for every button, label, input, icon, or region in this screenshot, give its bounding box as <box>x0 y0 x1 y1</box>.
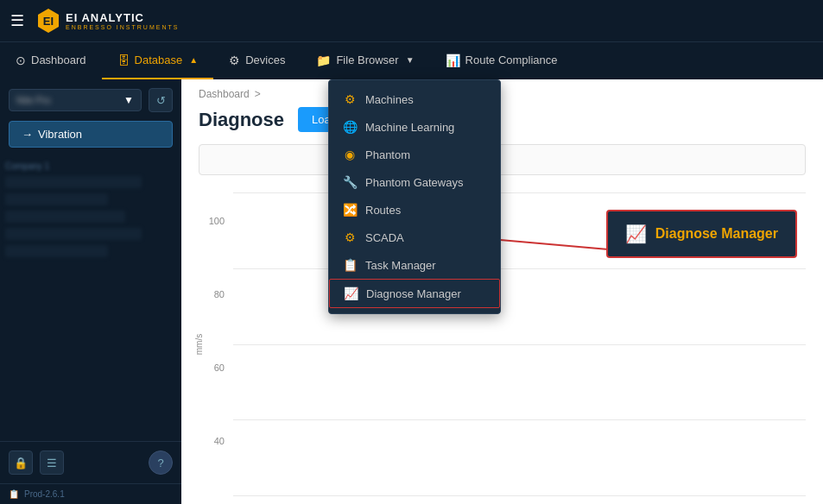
breadcrumb-dashboard[interactable]: Dashboard <box>199 88 250 100</box>
phantom-icon: ◉ <box>343 148 357 161</box>
dashboard-icon: ⊙ <box>16 54 26 67</box>
dropdown-phantom[interactable]: ◉ Phantom <box>329 141 500 168</box>
machines-icon: ⚙ <box>343 92 357 106</box>
dropdown-diagnose-manager[interactable]: 📈 Diagnose Manager <box>329 279 500 308</box>
help-icon-button[interactable]: ? <box>149 450 173 475</box>
chart-icon: 📊 <box>446 54 460 67</box>
app-subtitle: ENBRESSO INSTRUMENTS <box>66 24 179 30</box>
dropdown-phantom-gateways[interactable]: 🔧 Phantom Gateways <box>329 168 500 196</box>
sidebar-refresh-button[interactable]: ↺ <box>149 88 173 112</box>
nav-dashboard[interactable]: ⊙ Dashboard <box>0 42 102 79</box>
chart-area: mm/s 100 80 60 40 <box>181 184 823 504</box>
dropdown-phantom-gateways-label: Phantom Gateways <box>365 176 463 189</box>
nav-route-compliance[interactable]: 📊 Route Compliance <box>430 42 573 79</box>
grid-line <box>233 419 806 420</box>
grid-line <box>233 192 806 193</box>
diagnose-manager-box[interactable]: 📈 Diagnose Manager <box>606 210 797 258</box>
y-label-80: 80 <box>199 289 225 299</box>
diagnose-manager-box-label: Diagnose Manager <box>655 226 778 242</box>
nav-bar: ⊙ Dashboard 🗄 Database ▲ ⚙ Devices 📁 Fil… <box>0 41 823 79</box>
app-title: EI ANALYTIC <box>66 11 179 24</box>
top-bar: ☰ EI EI ANALYTIC ENBRESSO INSTRUMENTS <box>0 0 823 41</box>
dropdown-routes[interactable]: 🔀 Routes <box>329 196 500 224</box>
page-title: Diagnose <box>199 109 284 131</box>
nav-wrapper: ⊙ Dashboard 🗄 Database ▲ ⚙ Devices 📁 Fil… <box>0 41 823 79</box>
y-label-100: 100 <box>199 216 225 226</box>
grid-line <box>233 268 806 269</box>
sidebar-item[interactable] <box>5 193 108 205</box>
logo-icon: EI <box>35 7 62 35</box>
sidebar-content: Company 1 <box>0 156 181 441</box>
diagnose-manager-icon: 📈 <box>344 287 358 300</box>
dropdown-diagnose-manager-label: Diagnose Manager <box>366 287 461 300</box>
chart-y-labels: 100 80 60 40 <box>199 184 225 478</box>
sidebar-item[interactable] <box>5 176 142 188</box>
list-icon-button[interactable]: ☰ <box>40 450 64 475</box>
devices-icon: ⚙ <box>229 54 240 67</box>
sidebar-version: 📋 Prod-2.6.1 <box>0 483 181 504</box>
sidebar-item[interactable] <box>5 245 108 257</box>
task-manager-icon: 📋 <box>343 258 357 272</box>
content-area: Dashboard > Diagnose Load Machine mm/s 1… <box>181 79 823 504</box>
select-chevron-icon: ▼ <box>123 94 134 106</box>
search-input-area[interactable] <box>199 144 806 175</box>
grid-line <box>233 495 806 496</box>
dropdown-scada-label: SCADA <box>365 231 404 244</box>
svg-text:EI: EI <box>43 15 54 28</box>
diagnose-manager-box-icon: 📈 <box>625 224 647 244</box>
database-dropdown: ⚙ Machines 🌐 Machine Learning ◉ Phantom … <box>328 79 501 314</box>
nav-devices-label: Devices <box>245 54 285 66</box>
version-label: Prod-2.6.1 <box>24 489 65 499</box>
nav-dashboard-label: Dashboard <box>31 54 86 66</box>
sidebar-top: Nite Pro ▼ ↺ <box>0 79 181 117</box>
breadcrumb-separator: > <box>255 88 261 100</box>
dropdown-phantom-label: Phantom <box>365 148 410 161</box>
dropdown-task-manager-label: Task Manager <box>365 259 436 272</box>
dropdown-machines-label: Machines <box>365 93 414 106</box>
phantom-gateways-icon: 🔧 <box>343 175 357 189</box>
sidebar-bottom: 🔒 ☰ ? <box>0 441 181 483</box>
lock-icon-button[interactable]: 🔒 <box>9 450 33 475</box>
nav-file-browser-label: File Browser <box>336 54 398 66</box>
dropdown-machine-learning-label: Machine Learning <box>365 121 454 134</box>
dropdown-task-manager[interactable]: 📋 Task Manager <box>329 251 500 279</box>
dropdown-machine-learning[interactable]: 🌐 Machine Learning <box>329 113 500 141</box>
nav-route-compliance-label: Route Compliance <box>465 54 558 66</box>
nav-file-browser[interactable]: 📁 File Browser ▼ <box>301 42 429 79</box>
dropdown-routes-label: Routes <box>365 204 401 217</box>
sidebar-item[interactable] <box>5 211 125 223</box>
y-label-40: 40 <box>199 436 225 446</box>
version-icon: 📋 <box>9 489 19 499</box>
logo-area: EI EI ANALYTIC ENBRESSO INSTRUMENTS <box>35 7 179 35</box>
page-header: Diagnose Load Machine <box>181 104 823 144</box>
routes-icon: 🔀 <box>343 203 357 217</box>
folder-icon: 📁 <box>316 54 331 67</box>
vibration-button[interactable]: Vibration <box>9 121 173 148</box>
machine-learning-icon: 🌐 <box>343 120 357 134</box>
database-icon: 🗄 <box>117 54 130 67</box>
nav-database[interactable]: 🗄 Database ▲ <box>102 42 214 79</box>
chevron-down-icon: ▲ <box>189 55 198 65</box>
hamburger-icon[interactable]: ☰ <box>10 11 24 30</box>
sidebar-item[interactable] <box>5 228 142 240</box>
dropdown-scada[interactable]: ⚙ SCADA <box>329 224 500 251</box>
nav-database-label: Database <box>135 54 183 66</box>
grid-line <box>233 344 806 345</box>
file-chevron-down-icon: ▼ <box>406 55 415 65</box>
y-label-60: 60 <box>199 362 225 373</box>
scada-icon: ⚙ <box>343 230 357 244</box>
refresh-icon: ↺ <box>156 94 166 107</box>
sidebar-group-label: Company 1 <box>5 161 176 171</box>
breadcrumb: Dashboard > <box>181 79 823 104</box>
sidebar-select-value: Nite Pro <box>16 95 51 105</box>
sidebar-select[interactable]: Nite Pro ▼ <box>9 89 142 111</box>
sidebar-bottom-icons: 🔒 ☰ <box>9 450 64 475</box>
sidebar: Nite Pro ▼ ↺ Vibration Company 1 🔒 ☰ ? <box>0 79 181 504</box>
vibration-label: Vibration <box>38 128 82 141</box>
nav-devices[interactable]: ⚙ Devices <box>213 42 301 79</box>
dropdown-machines[interactable]: ⚙ Machines <box>329 85 500 113</box>
